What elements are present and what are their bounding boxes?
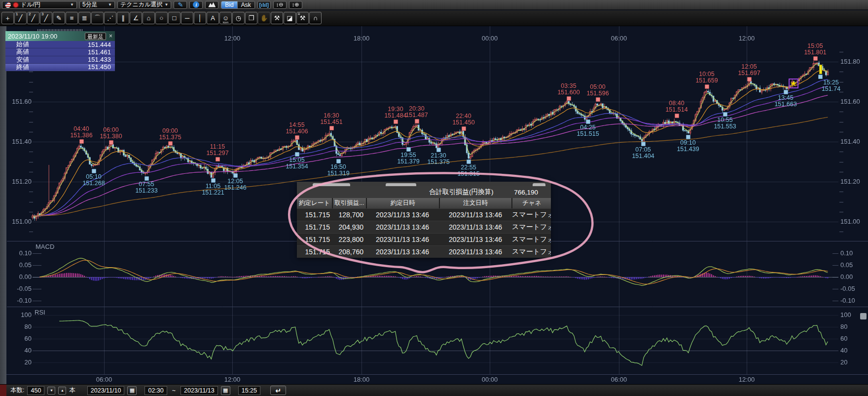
time-from-input[interactable]: 02:30 bbox=[145, 386, 167, 395]
rsi-tick-left: 80 bbox=[7, 323, 32, 330]
chart-style-button[interactable] bbox=[205, 1, 218, 9]
time-shift-button[interactable]: ◷ bbox=[232, 12, 245, 24]
zoom-out-button[interactable]: ↕⊖ bbox=[273, 1, 287, 9]
table-header-3[interactable]: 注文日時 bbox=[440, 198, 512, 208]
calendar-icon[interactable]: ▦ bbox=[221, 386, 230, 395]
trendline-3-icon: ╱ bbox=[44, 14, 48, 22]
close-icon[interactable]: × bbox=[109, 33, 112, 40]
horizontal-lines-button[interactable]: ≡ bbox=[66, 12, 78, 24]
price-tick-right: 151.60 bbox=[840, 98, 860, 105]
draw-mode-button[interactable]: ✎ bbox=[174, 1, 187, 9]
zoom-in-button[interactable]: ↕⊕ bbox=[289, 1, 302, 9]
icon-stamp-button[interactable]: ☺icon bbox=[219, 12, 232, 24]
pentagon-icon: ⌂ bbox=[147, 14, 151, 22]
speed-lines-button[interactable]: ∠ bbox=[130, 12, 142, 24]
macd-tick-left: 0.10 bbox=[7, 249, 32, 257]
rsi-tick-right: 80 bbox=[840, 323, 847, 330]
table-header-0[interactable]: 約定レート bbox=[297, 198, 332, 208]
crosshair-button[interactable]: ＋ bbox=[1, 12, 14, 24]
candle-type-button[interactable]: [ılıl] bbox=[257, 1, 271, 9]
price-lines-button[interactable]: ≣ bbox=[78, 12, 91, 24]
ellipse-icon: ○ bbox=[160, 14, 164, 22]
technical-select-button[interactable]: テクニカル選択 ▼ bbox=[117, 1, 171, 9]
count-down-button[interactable]: ▼ bbox=[47, 387, 55, 395]
pentagon-button[interactable]: ⌂ bbox=[143, 12, 155, 24]
table-header-1[interactable]: 取引損益... bbox=[333, 198, 366, 208]
ask-button[interactable]: Ask bbox=[237, 1, 254, 8]
calendar-icon[interactable]: ▦ bbox=[127, 386, 137, 395]
rsi-panel-label: RSI bbox=[35, 309, 45, 316]
settings-wrench-button[interactable]: ⚒ bbox=[271, 12, 283, 24]
macd-tick-left: -0.05 bbox=[7, 285, 32, 292]
trendline-1-button[interactable]: ╱1 bbox=[14, 12, 27, 24]
ohlc-datetime: 2023/11/10 19:00 bbox=[8, 33, 57, 40]
vertical-lines-button[interactable]: ∥ bbox=[117, 12, 129, 24]
symbol-select[interactable]: ドル/円 ▼ bbox=[2, 1, 77, 9]
text-button[interactable]: A bbox=[207, 12, 219, 24]
time-tick-top: 06:00 bbox=[608, 35, 630, 42]
price-tick-left: 151.60 bbox=[7, 98, 32, 105]
chevron-down-icon: ▼ bbox=[70, 2, 74, 7]
gann-fan-button[interactable]: ⋰ bbox=[104, 12, 116, 24]
info-icon: i bbox=[193, 1, 199, 8]
macd-tick-right: -0.10 bbox=[840, 297, 855, 304]
ohlc-info-box[interactable]: 2023/11/10 19:00 最新足 × 始値 151.444 高値 151… bbox=[5, 28, 115, 71]
table-row[interactable]: 151.715128,7002023/11/13 13:462023/11/13… bbox=[297, 208, 551, 221]
copy-button[interactable]: ❐ bbox=[245, 12, 257, 24]
table-header-4[interactable]: チャネ bbox=[512, 198, 551, 208]
time-tick-bottom: 12:00 bbox=[735, 376, 758, 383]
ohlc-close-row: 終値 151.450 bbox=[5, 64, 115, 71]
clipped-filter-box[interactable] bbox=[533, 183, 545, 186]
table-header-2[interactable]: 約定日時 bbox=[367, 198, 439, 208]
info-button[interactable]: i bbox=[189, 1, 203, 9]
star-marker[interactable]: ★ bbox=[789, 79, 798, 88]
clipped-filter-box[interactable] bbox=[313, 183, 350, 186]
table-row[interactable]: 151.715208,7602023/11/13 13:462023/11/13… bbox=[297, 245, 551, 258]
eraser-button[interactable]: ◪ bbox=[284, 12, 296, 24]
technical-select-label: テクニカル選択 bbox=[120, 0, 162, 9]
date-to-input[interactable]: 2023/11/13 bbox=[181, 386, 218, 395]
reset-range-icon[interactable]: ↵ bbox=[270, 386, 286, 395]
rectangle-icon: □ bbox=[173, 14, 177, 22]
table-cell: 2023/11/13 13:46 bbox=[366, 211, 439, 219]
time-to-input[interactable]: 15:25 bbox=[238, 386, 260, 395]
pan-hand-button[interactable]: ✋ bbox=[258, 12, 270, 24]
table-row[interactable]: 151.715223,8002023/11/13 13:462023/11/13… bbox=[297, 233, 551, 245]
timeframe-select[interactable]: 5分足 ▼ bbox=[79, 1, 115, 9]
open-value: 151.444 bbox=[88, 41, 111, 48]
macd-tick-right: -0.05 bbox=[840, 285, 855, 292]
macd-tick-left: -0.10 bbox=[7, 297, 32, 304]
table-cell: 2023/11/13 13:46 bbox=[439, 223, 512, 231]
count-up-button[interactable]: ▲ bbox=[58, 387, 66, 395]
total-profit-label: 合計取引損益(円換算) bbox=[429, 188, 494, 197]
close-label: 終値 bbox=[16, 63, 29, 72]
table-total-row: 合計取引損益(円換算) 766,190 bbox=[297, 186, 551, 198]
trendline-2-button[interactable]: ╱2 bbox=[27, 12, 39, 24]
horizontal-line-button[interactable]: ─ bbox=[181, 12, 193, 24]
date-from-input[interactable]: 2023/11/10 bbox=[87, 386, 125, 395]
trendline-3-button[interactable]: ╱3 bbox=[40, 12, 52, 24]
bar-count-input[interactable]: 450 bbox=[27, 386, 44, 395]
badge: 3 bbox=[41, 12, 43, 16]
table-row[interactable]: 151.715204,9302023/11/13 13:462023/11/13… bbox=[297, 221, 551, 233]
ruler-button[interactable]: ✎ bbox=[53, 12, 65, 24]
horizontal-line-icon: ─ bbox=[185, 14, 189, 22]
arc-gauge-button[interactable]: ⌒ bbox=[91, 12, 104, 24]
rsi-tick-right: 40 bbox=[840, 347, 847, 354]
ellipse-button[interactable]: ○ bbox=[155, 12, 168, 24]
candlestick-icon: [ılıl] bbox=[259, 2, 269, 8]
magnet-button[interactable]: ∩ bbox=[309, 12, 322, 24]
low-value: 151.433 bbox=[88, 56, 111, 63]
indicator-settings-button[interactable]: ⚒≡ bbox=[296, 12, 309, 24]
rectangle-button[interactable]: □ bbox=[168, 12, 181, 24]
bid-button[interactable]: Bid bbox=[221, 1, 237, 8]
indicator-settings-icon: ⚒ bbox=[300, 14, 306, 22]
time-tick-bottom: 06:00 bbox=[608, 376, 630, 383]
clipped-filter-box[interactable] bbox=[386, 183, 416, 186]
scrollbar-thumb[interactable] bbox=[860, 313, 867, 319]
trade-history-table: 合計取引損益(円換算) 766,190 約定レート取引損益...約定日時注文日時… bbox=[297, 182, 551, 258]
price-tick-right: 151.40 bbox=[840, 138, 860, 145]
vertical-line-button[interactable]: │ bbox=[194, 12, 206, 24]
macd-tick-left: 0.00 bbox=[7, 273, 32, 280]
latest-candle-button[interactable]: 最新足 bbox=[85, 33, 106, 40]
